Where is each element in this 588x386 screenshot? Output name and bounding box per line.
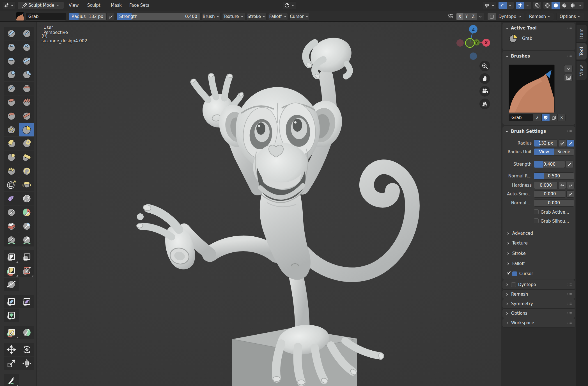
brush-clay-strips[interactable] [19,40,34,54]
xray-toggle[interactable] [533,1,541,9]
brush-grab[interactable] [19,123,34,136]
brush-nudge[interactable] [4,164,19,178]
brush-multires-smear[interactable] [19,233,34,246]
tab-view[interactable]: View [576,61,587,80]
drag-dots-icon[interactable] [567,312,572,314]
brush-mask[interactable] [4,219,19,233]
section-symmetry[interactable]: Symmetry [502,299,575,308]
brush-pinch[interactable] [4,123,19,136]
dropdown-falloff[interactable]: Falloff [268,13,288,20]
brush-snake-hook[interactable] [19,137,34,150]
dyntopo-checkbox[interactable] [511,282,516,287]
strength-slider[interactable]: Strength 0.400 [116,13,200,20]
subpanel-falloff[interactable]: Falloff [506,260,573,267]
hand-icon[interactable] [479,73,490,84]
dyntopo-checkbox[interactable] [488,13,496,20]
dropdown-brush[interactable]: Brush [202,13,220,20]
cursor-subpanel-checkbox[interactable] [512,271,517,276]
brush-off-button[interactable] [566,161,573,168]
mirror-y-toggle[interactable]: Y [463,13,470,20]
dropdown-texture[interactable]: Texture [222,13,245,20]
brush-smooth[interactable] [19,82,34,95]
brush-draw-face-sets[interactable] [19,219,34,233]
hardness-slider[interactable]: 0.000 [534,182,558,189]
brush-multires-eraser[interactable] [4,233,19,246]
brush-datablock-name[interactable]: Grab [509,114,533,121]
transform-orientation-button[interactable] [283,1,296,9]
checkbox-grab-silhou-[interactable] [534,218,539,223]
drag-dots-icon[interactable] [567,283,572,286]
drag-dots-icon[interactable] [567,26,572,29]
tool-color-filter[interactable] [4,309,19,322]
brush-user-count[interactable]: 2 [533,114,541,121]
dropdown-cursor[interactable]: Cursor [290,13,309,20]
object-visibility-button[interactable] [483,1,497,9]
tool-mesh-filter[interactable] [4,295,19,308]
brush-multiplane-scrape[interactable] [19,109,34,123]
shading-dropdown[interactable] [577,2,584,9]
drag-dots-icon[interactable] [567,130,572,132]
brush-pose[interactable] [19,150,34,164]
tool-mask-by-color[interactable] [19,326,34,339]
section-workspace[interactable]: Workspace [502,318,575,327]
brush-rotate[interactable] [19,164,34,178]
shading-wireframe-icon[interactable] [543,2,552,9]
section-remesh[interactable]: Remesh [502,290,575,299]
tool-box-trim[interactable] [19,264,34,277]
shading-solid-icon[interactable] [552,2,560,9]
editor-type-button[interactable] [2,1,15,9]
shading-material-icon[interactable] [560,2,568,9]
subpanel-stroke[interactable]: Stroke [506,250,573,257]
brushes-header[interactable]: Brushes [505,53,573,59]
tool-rotate[interactable] [19,343,34,356]
brush-name-field[interactable]: Grab [25,13,66,20]
tool-transform[interactable] [19,357,34,370]
brush-on-button[interactable] [567,140,575,147]
brush-crease[interactable] [4,82,19,95]
menu-sculpt[interactable]: Sculpt [85,1,103,9]
shading-rendered-icon[interactable] [568,2,577,9]
section-dyntopo[interactable]: Dyntopo [502,280,575,289]
mode-selector[interactable]: Sculpt Mode [17,1,64,9]
menu-mask[interactable]: Mask [109,1,124,9]
mirror-x-toggle[interactable]: X [456,13,463,20]
radius-unit-view[interactable]: View [534,149,554,155]
tab-tool[interactable]: Tool [576,43,587,60]
tool-annotate[interactable] [4,374,19,386]
dyntopo-dropdown[interactable]: Dyntopo [496,13,524,20]
pressure-button[interactable] [566,190,574,198]
brush-thumb[interactable] [4,150,19,164]
brush-fill[interactable] [19,95,34,109]
mirror-z-toggle[interactable]: Z [470,13,477,20]
brush-boundary[interactable] [19,178,34,191]
navigation-gizmo[interactable]: Y Z X [453,22,495,62]
pressure-button[interactable] [567,182,575,189]
tool-box-mask[interactable] [4,250,19,264]
brush-smear[interactable] [19,205,34,219]
remesh-dropdown[interactable]: Remesh [526,13,554,20]
tool-box-face-set[interactable] [4,264,19,277]
grid-icon[interactable] [479,99,490,109]
section-options[interactable]: Options [502,309,575,318]
brush-inflate[interactable] [4,68,19,81]
active-tool-header[interactable]: Active Tool [505,25,573,31]
camera-icon[interactable] [479,86,490,97]
drag-dots-icon[interactable] [567,321,572,324]
tab-item[interactable]: Item [576,25,587,42]
pressure-button[interactable] [558,140,566,147]
dropdown-stroke[interactable]: Stroke [247,13,267,20]
mirror-dropdown[interactable] [477,13,484,20]
swap-button[interactable] [558,182,566,189]
options-dropdown[interactable]: Options [556,13,584,20]
normal-r--slider[interactable]: 0.500 [534,172,574,180]
auto-smo--slider[interactable]: 0.000 [534,190,566,198]
radius-slider[interactable]: 132 px [534,140,558,147]
drag-dots-icon[interactable] [567,302,572,305]
radius-pressure-button[interactable] [107,13,115,20]
active-brush-thumbnail[interactable] [16,12,24,20]
tool-face-set-edit[interactable] [4,326,19,339]
brush-elastic-deform[interactable] [4,137,19,150]
zoom-icon[interactable] [479,61,490,71]
brush-paint[interactable] [4,205,19,219]
brush-clay[interactable] [4,40,19,54]
